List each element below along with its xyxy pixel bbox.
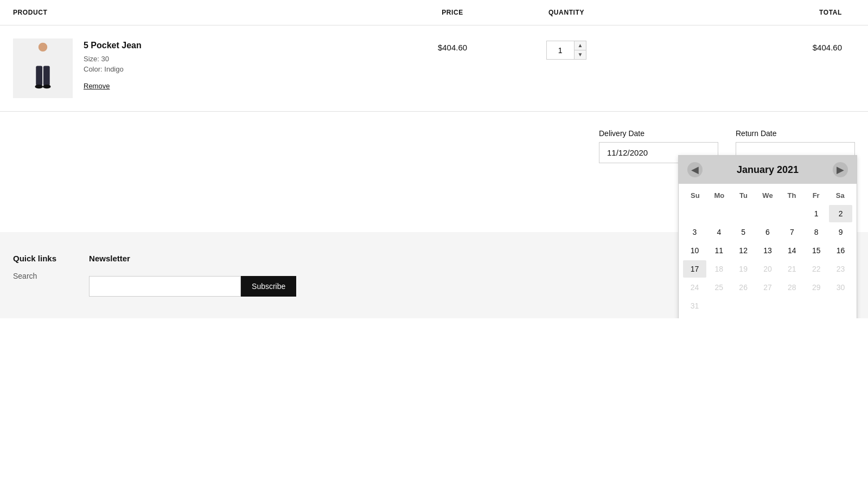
calendar-grid: 1 2 3 4 5 6 7 8 9 10 11 12 13 14 15 16 1… (679, 203, 857, 318)
cal-cell-6[interactable]: 6 (756, 223, 780, 241)
cal-cell-empty (732, 297, 755, 314)
footer-search-link[interactable]: Search (13, 272, 56, 280)
delivery-date-label: Delivery Date (599, 129, 718, 138)
cal-cell-25: 25 (707, 279, 731, 296)
calendar-header: ◀ January 2021 ▶ (679, 156, 857, 184)
cal-cell-9[interactable]: 9 (829, 223, 852, 241)
svg-rect-3 (50, 53, 55, 63)
cart-header: PRODUCT PRICE QUANTITY TOTAL (0, 0, 868, 25)
calendar-month-title: January 2021 (737, 164, 799, 176)
header-quantity: QUANTITY (512, 9, 621, 16)
svg-rect-4 (36, 66, 42, 85)
day-name-th: Th (780, 188, 804, 203)
cal-cell-17[interactable]: 17 (683, 260, 706, 278)
dates-section: Delivery Date Return Date ◀ January 2021… (0, 112, 868, 172)
newsletter-input-row: Subscribe (89, 276, 296, 297)
cal-cell-empty (756, 205, 780, 222)
cal-cell-empty (683, 205, 706, 222)
calendar-day-names: Su Mo Tu We Th Fr Sa (679, 184, 857, 203)
cal-cell-24: 24 (683, 279, 706, 296)
cal-cell-16[interactable]: 16 (829, 242, 852, 259)
cart-row: 5 Pocket Jean Size: 30 Color: Indigo Rem… (0, 25, 868, 112)
product-price: $404.60 (393, 38, 512, 52)
cal-cell-28: 28 (780, 279, 803, 296)
cal-cell-empty (780, 205, 803, 222)
cal-cell-26: 26 (732, 279, 755, 296)
product-color: Color: Indigo (84, 65, 142, 73)
calendar-popup: ◀ January 2021 ▶ Su Mo Tu We Th Fr Sa 1 … (678, 155, 857, 318)
quick-links-title: Quick links (13, 254, 56, 263)
newsletter-section: Newsletter Subscribe (89, 254, 296, 297)
cal-cell-15[interactable]: 15 (805, 242, 828, 259)
product-total: $404.60 (621, 38, 855, 52)
remove-button[interactable]: Remove (84, 82, 110, 90)
cal-cell-empty (829, 297, 852, 314)
quantity-down-button[interactable]: ▼ (575, 50, 586, 59)
quantity-input-wrap: ▲ ▼ (546, 41, 587, 60)
header-price: PRICE (393, 9, 512, 16)
cal-cell-19: 19 (732, 260, 755, 278)
cal-cell-8[interactable]: 8 (805, 223, 828, 241)
newsletter-email-input[interactable] (89, 276, 241, 297)
header-product: PRODUCT (13, 9, 393, 16)
quantity-spinner: ▲ ▼ (574, 41, 586, 59)
cal-cell-30: 30 (829, 279, 852, 296)
product-size: Size: 30 (84, 55, 142, 63)
product-image (13, 38, 73, 98)
cal-cell-1[interactable]: 1 (805, 205, 828, 222)
product-cell: 5 Pocket Jean Size: 30 Color: Indigo Rem… (13, 38, 393, 98)
header-total: TOTAL (621, 9, 855, 16)
cal-cell-empty (780, 297, 803, 314)
cal-cell-12[interactable]: 12 (732, 242, 755, 259)
quantity-cell: ▲ ▼ (512, 38, 621, 60)
cal-cell-20: 20 (756, 260, 780, 278)
quick-links-section: Quick links Search (13, 254, 56, 297)
cal-cell-27: 27 (756, 279, 780, 296)
cal-cell-23: 23 (829, 260, 852, 278)
svg-point-7 (43, 85, 51, 88)
cal-cell-13[interactable]: 13 (756, 242, 780, 259)
cal-cell-4[interactable]: 4 (707, 223, 731, 241)
cal-cell-empty (805, 297, 828, 314)
svg-rect-2 (31, 53, 36, 63)
svg-point-0 (39, 43, 47, 52)
cal-cell-5[interactable]: 5 (732, 223, 755, 241)
cal-cell-empty (732, 205, 755, 222)
day-name-su: Su (683, 188, 707, 203)
product-thumbnail (27, 41, 59, 95)
cal-cell-empty (756, 297, 780, 314)
cal-cell-empty (707, 205, 731, 222)
quantity-up-button[interactable]: ▲ (575, 41, 586, 50)
cal-cell-29: 29 (805, 279, 828, 296)
svg-rect-5 (43, 66, 50, 85)
newsletter-title: Newsletter (89, 254, 296, 263)
day-name-sa: Sa (828, 188, 852, 203)
cal-cell-2[interactable]: 2 (829, 205, 852, 222)
cal-cell-11[interactable]: 11 (707, 242, 731, 259)
day-name-mo: Mo (707, 188, 732, 203)
newsletter-submit-button[interactable]: Subscribe (241, 276, 296, 297)
cal-cell-31: 31 (683, 297, 706, 314)
cal-cell-18: 18 (707, 260, 731, 278)
cal-cell-14[interactable]: 14 (780, 242, 803, 259)
cal-cell-21: 21 (780, 260, 803, 278)
product-name: 5 Pocket Jean (84, 41, 142, 50)
svg-rect-1 (36, 52, 49, 67)
quantity-input[interactable] (547, 43, 574, 58)
svg-point-6 (35, 85, 43, 88)
calendar-prev-button[interactable]: ◀ (687, 162, 703, 177)
cal-cell-3[interactable]: 3 (683, 223, 706, 241)
return-date-label: Return Date (736, 129, 855, 138)
cal-cell-10[interactable]: 10 (683, 242, 706, 259)
day-name-we: We (756, 188, 780, 203)
day-name-tu: Tu (731, 188, 756, 203)
product-info: 5 Pocket Jean Size: 30 Color: Indigo Rem… (84, 38, 142, 90)
cal-cell-empty (707, 297, 731, 314)
cal-cell-7[interactable]: 7 (780, 223, 803, 241)
cal-cell-22: 22 (805, 260, 828, 278)
day-name-fr: Fr (804, 188, 828, 203)
calendar-next-button[interactable]: ▶ (833, 162, 848, 177)
